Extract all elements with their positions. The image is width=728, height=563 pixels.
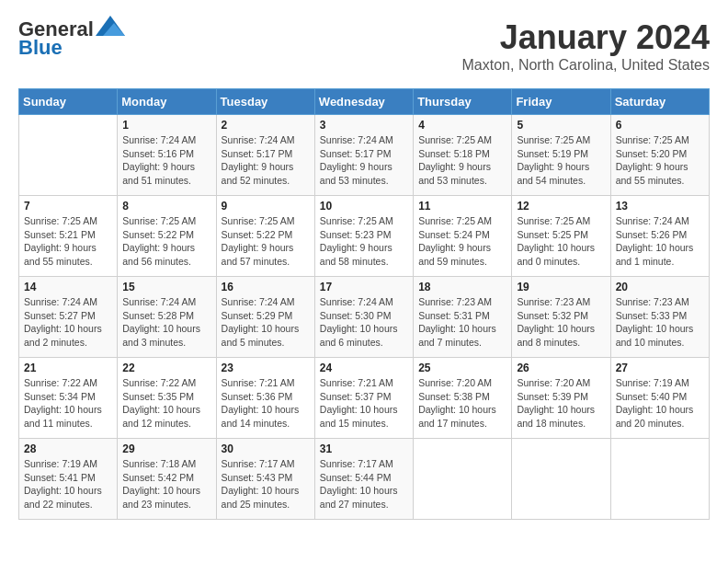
calendar-cell: 22Sunrise: 7:22 AMSunset: 5:35 PMDayligh…: [118, 358, 216, 439]
calendar-cell: [414, 439, 512, 520]
day-number: 21: [24, 362, 112, 374]
calendar-cell: 20Sunrise: 7:23 AMSunset: 5:33 PMDayligh…: [610, 277, 709, 358]
day-number: 4: [418, 119, 506, 132]
calendar-cell: 23Sunrise: 7:21 AMSunset: 5:36 PMDayligh…: [216, 358, 314, 439]
calendar-cell: 25Sunrise: 7:20 AMSunset: 5:38 PMDayligh…: [414, 358, 512, 439]
day-number: 31: [320, 442, 408, 455]
day-info: Sunrise: 7:23 AMSunset: 5:32 PMDaylight:…: [517, 295, 605, 350]
day-number: 6: [616, 119, 704, 132]
day-number: 13: [616, 200, 704, 213]
day-number: 3: [320, 119, 408, 132]
main-title: January 2024: [462, 18, 710, 57]
day-info: Sunrise: 7:24 AMSunset: 5:26 PMDaylight:…: [616, 214, 704, 269]
day-number: 19: [517, 281, 605, 293]
day-number: 8: [122, 200, 210, 213]
calendar-week-row: 7Sunrise: 7:25 AMSunset: 5:21 PMDaylight…: [19, 196, 710, 277]
day-number: 22: [122, 362, 210, 374]
day-number: 10: [320, 200, 408, 213]
calendar-cell: 17Sunrise: 7:24 AMSunset: 5:30 PMDayligh…: [314, 277, 413, 358]
day-info: Sunrise: 7:21 AMSunset: 5:36 PMDaylight:…: [222, 376, 310, 431]
day-info: Sunrise: 7:21 AMSunset: 5:37 PMDaylight:…: [320, 376, 408, 431]
day-number: 15: [122, 281, 210, 293]
day-number: 29: [122, 442, 210, 455]
calendar-cell: 3Sunrise: 7:24 AMSunset: 5:17 PMDaylight…: [314, 115, 413, 196]
calendar-cell: 31Sunrise: 7:17 AMSunset: 5:44 PMDayligh…: [314, 439, 413, 520]
day-number: 28: [24, 442, 112, 455]
day-number: 12: [517, 200, 605, 213]
calendar-cell: 29Sunrise: 7:18 AMSunset: 5:42 PMDayligh…: [118, 439, 216, 520]
day-info: Sunrise: 7:25 AMSunset: 5:24 PMDaylight:…: [418, 214, 506, 269]
title-block: January 2024 Maxton, North Carolina, Uni…: [462, 18, 710, 74]
page-header: General Blue January 2024 Maxton, North …: [18, 18, 710, 74]
day-number: 23: [222, 362, 310, 374]
day-info: Sunrise: 7:17 AMSunset: 5:43 PMDaylight:…: [222, 457, 310, 511]
day-number: 24: [320, 362, 408, 374]
calendar-day-header: Monday: [118, 89, 216, 115]
day-info: Sunrise: 7:25 AMSunset: 5:23 PMDaylight:…: [320, 214, 408, 269]
day-number: 5: [517, 119, 605, 132]
day-info: Sunrise: 7:25 AMSunset: 5:25 PMDaylight:…: [517, 214, 605, 269]
day-info: Sunrise: 7:22 AMSunset: 5:35 PMDaylight:…: [122, 376, 210, 431]
calendar-week-row: 14Sunrise: 7:24 AMSunset: 5:27 PMDayligh…: [19, 277, 710, 358]
day-info: Sunrise: 7:19 AMSunset: 5:40 PMDaylight:…: [616, 376, 704, 431]
calendar-cell: 21Sunrise: 7:22 AMSunset: 5:34 PMDayligh…: [19, 358, 118, 439]
day-info: Sunrise: 7:25 AMSunset: 5:22 PMDaylight:…: [222, 214, 310, 269]
calendar-week-row: 28Sunrise: 7:19 AMSunset: 5:41 PMDayligh…: [19, 439, 710, 520]
calendar-cell: 11Sunrise: 7:25 AMSunset: 5:24 PMDayligh…: [414, 196, 512, 277]
day-info: Sunrise: 7:23 AMSunset: 5:33 PMDaylight:…: [616, 295, 704, 350]
calendar-cell: 27Sunrise: 7:19 AMSunset: 5:40 PMDayligh…: [610, 358, 709, 439]
calendar-cell: 4Sunrise: 7:25 AMSunset: 5:18 PMDaylight…: [414, 115, 512, 196]
day-number: 27: [616, 362, 704, 374]
day-info: Sunrise: 7:19 AMSunset: 5:41 PMDaylight:…: [24, 457, 112, 511]
day-info: Sunrise: 7:18 AMSunset: 5:42 PMDaylight:…: [122, 457, 210, 511]
day-number: 9: [222, 200, 310, 213]
day-number: 25: [418, 362, 506, 374]
day-info: Sunrise: 7:20 AMSunset: 5:38 PMDaylight:…: [418, 376, 506, 431]
day-info: Sunrise: 7:24 AMSunset: 5:17 PMDaylight:…: [320, 133, 408, 188]
calendar-cell: 2Sunrise: 7:24 AMSunset: 5:17 PMDaylight…: [216, 115, 314, 196]
calendar-cell: 13Sunrise: 7:24 AMSunset: 5:26 PMDayligh…: [610, 196, 709, 277]
day-number: 18: [418, 281, 506, 293]
day-number: 20: [616, 281, 704, 293]
calendar-day-header: Wednesday: [314, 89, 413, 115]
calendar-cell: 10Sunrise: 7:25 AMSunset: 5:23 PMDayligh…: [314, 196, 413, 277]
calendar-table: SundayMondayTuesdayWednesdayThursdayFrid…: [18, 88, 710, 520]
day-info: Sunrise: 7:24 AMSunset: 5:29 PMDaylight:…: [222, 295, 310, 350]
day-info: Sunrise: 7:24 AMSunset: 5:30 PMDaylight:…: [320, 295, 408, 350]
calendar-cell: [512, 439, 610, 520]
calendar-cell: 19Sunrise: 7:23 AMSunset: 5:32 PMDayligh…: [512, 277, 610, 358]
day-number: 30: [222, 442, 310, 455]
day-info: Sunrise: 7:23 AMSunset: 5:31 PMDaylight:…: [418, 295, 506, 350]
day-number: 26: [517, 362, 605, 374]
day-number: 17: [320, 281, 408, 293]
calendar-cell: 12Sunrise: 7:25 AMSunset: 5:25 PMDayligh…: [512, 196, 610, 277]
calendar-cell: 30Sunrise: 7:17 AMSunset: 5:43 PMDayligh…: [216, 439, 314, 520]
calendar-cell: 18Sunrise: 7:23 AMSunset: 5:31 PMDayligh…: [414, 277, 512, 358]
day-info: Sunrise: 7:24 AMSunset: 5:28 PMDaylight:…: [122, 295, 210, 350]
calendar-cell: [610, 439, 709, 520]
subtitle: Maxton, North Carolina, United States: [462, 57, 710, 74]
day-info: Sunrise: 7:20 AMSunset: 5:39 PMDaylight:…: [517, 376, 605, 431]
calendar-cell: 6Sunrise: 7:25 AMSunset: 5:20 PMDaylight…: [610, 115, 709, 196]
day-number: 2: [222, 119, 310, 132]
logo-blue-text: Blue: [18, 37, 63, 59]
calendar-cell: 24Sunrise: 7:21 AMSunset: 5:37 PMDayligh…: [314, 358, 413, 439]
calendar-cell: 28Sunrise: 7:19 AMSunset: 5:41 PMDayligh…: [19, 439, 118, 520]
calendar-cell: 1Sunrise: 7:24 AMSunset: 5:16 PMDaylight…: [118, 115, 216, 196]
day-number: 14: [24, 281, 112, 293]
calendar-cell: 8Sunrise: 7:25 AMSunset: 5:22 PMDaylight…: [118, 196, 216, 277]
day-number: 1: [122, 119, 210, 132]
calendar-cell: 16Sunrise: 7:24 AMSunset: 5:29 PMDayligh…: [216, 277, 314, 358]
logo-icon: [96, 16, 125, 36]
calendar-day-header: Thursday: [414, 89, 512, 115]
calendar-cell: 14Sunrise: 7:24 AMSunset: 5:27 PMDayligh…: [19, 277, 118, 358]
calendar-cell: 15Sunrise: 7:24 AMSunset: 5:28 PMDayligh…: [118, 277, 216, 358]
calendar-week-row: 21Sunrise: 7:22 AMSunset: 5:34 PMDayligh…: [19, 358, 710, 439]
calendar-cell: 5Sunrise: 7:25 AMSunset: 5:19 PMDaylight…: [512, 115, 610, 196]
logo: General Blue: [18, 18, 125, 59]
day-number: 7: [24, 200, 112, 213]
calendar-week-row: 1Sunrise: 7:24 AMSunset: 5:16 PMDaylight…: [19, 115, 710, 196]
calendar-header-row: SundayMondayTuesdayWednesdayThursdayFrid…: [19, 89, 710, 115]
calendar-cell: 26Sunrise: 7:20 AMSunset: 5:39 PMDayligh…: [512, 358, 610, 439]
day-number: 16: [222, 281, 310, 293]
